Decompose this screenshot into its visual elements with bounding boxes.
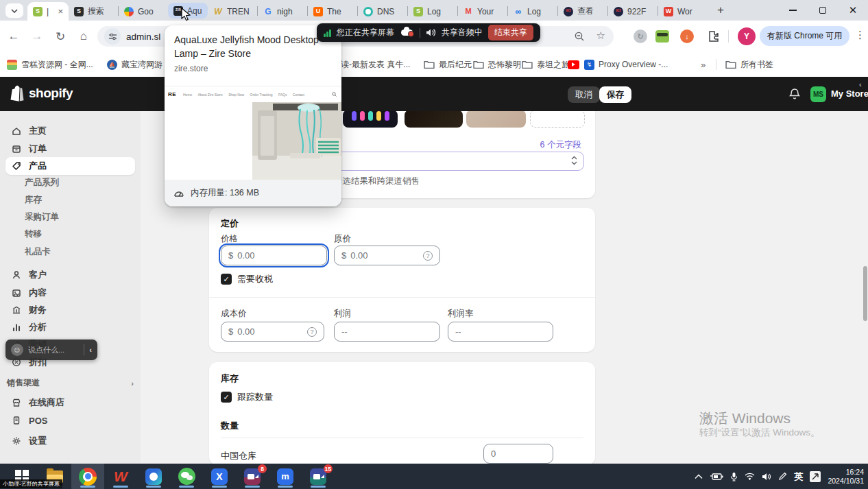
browser-tab[interactable]: W Wor <box>658 2 708 21</box>
extension-cloud-icon[interactable]: ↓ <box>679 28 695 45</box>
site-info-icon[interactable] <box>104 28 121 45</box>
shopify-logo[interactable]: shopify <box>10 85 73 102</box>
bookmark-folder[interactable]: 恐怖黎明 <box>473 58 521 71</box>
chevron-up-icon[interactable] <box>695 474 703 479</box>
sidebar-item-home[interactable]: 主页 <box>5 122 135 140</box>
product-media-thumbnail[interactable] <box>405 111 463 128</box>
save-button[interactable]: 保存 <box>599 86 631 103</box>
sidebar-item-transfers[interactable]: 转移 <box>25 226 42 241</box>
volume-icon[interactable] <box>762 473 771 481</box>
sidebar-item-products[interactable]: 产品 <box>5 157 135 175</box>
taskbar-meeting-icon[interactable]: 8 <box>236 464 269 489</box>
taskbar-chrome-icon[interactable] <box>71 464 104 489</box>
help-icon[interactable]: ? <box>307 327 317 337</box>
product-media-thumbnail[interactable] <box>343 111 398 128</box>
microphone-icon[interactable] <box>730 472 738 481</box>
bookmark-item[interactable] <box>568 58 579 71</box>
price-input[interactable]: $ 0.00 <box>221 246 327 265</box>
home-button[interactable]: ⌂ <box>74 27 93 46</box>
sidebar-item-orders[interactable]: 订单 <box>5 140 135 158</box>
sidebar-item-inventory[interactable]: 库存 <box>25 192 42 207</box>
checkbox-checked-icon[interactable]: ✓ <box>221 392 232 403</box>
browser-tab[interactable]: S Log <box>408 2 457 21</box>
store-avatar[interactable]: MS <box>810 86 826 102</box>
sidebar-item-settings[interactable]: 设置 <box>5 432 135 450</box>
browser-tab[interactable]: M Your <box>458 2 507 21</box>
profile-avatar[interactable]: Y <box>738 27 756 45</box>
sidebar-item-content[interactable]: 内容 <box>5 284 135 302</box>
ime-indicator[interactable]: 英 <box>794 470 803 483</box>
stop-share-button[interactable]: 结束共享 <box>488 25 533 40</box>
taskbar-wps-icon[interactable]: W <box>104 464 137 489</box>
sidebar-item-customers[interactable]: 客户 <box>5 266 135 284</box>
browser-tab[interactable]: Goo <box>119 2 168 21</box>
taskbar-meeting-m-icon[interactable]: m <box>269 464 302 489</box>
extension-glasses-icon[interactable] <box>654 28 671 45</box>
taskbar-wechat-icon[interactable] <box>170 464 203 489</box>
browser-tab[interactable]: G nigh <box>258 2 307 21</box>
bookmark-item[interactable]: ↯ Proxy Overview -... <box>584 58 668 71</box>
taskbar-clock[interactable]: 16:24 2024/10/31 <box>828 468 864 486</box>
wifi-icon[interactable] <box>745 473 755 480</box>
sidebar-item-collections[interactable]: 产品系列 <box>25 175 59 190</box>
close-button[interactable]: ✕ <box>838 0 868 21</box>
browser-tab[interactable]: 922 922F <box>608 2 658 21</box>
bookmark-folder[interactable]: 泰坦之旅 <box>522 58 570 71</box>
browser-tab[interactable]: DNS <box>358 2 407 21</box>
notification-bell-icon[interactable] <box>788 88 801 101</box>
new-tab-button[interactable]: + <box>712 1 730 19</box>
store-name[interactable]: My Store <box>831 88 868 99</box>
chrome-update-chip[interactable]: 有新版 Chrome 可用 <box>760 26 849 46</box>
browser-menu-icon[interactable]: ⋮ <box>855 29 865 41</box>
quantity-input[interactable]: 0 <box>483 444 553 464</box>
minimize-button[interactable] <box>777 0 808 21</box>
taskbar-x-app-icon[interactable]: X <box>203 464 236 489</box>
tab-close-icon[interactable]: × <box>58 6 63 16</box>
bookmarks-overflow-icon[interactable]: » <box>701 58 706 71</box>
chat-input[interactable]: 说点什么... <box>28 345 79 355</box>
checkbox-checked-icon[interactable]: ✓ <box>221 274 232 285</box>
pen-icon[interactable] <box>778 472 787 481</box>
bookmark-star-icon[interactable]: ☆ <box>596 29 605 42</box>
charge-tax-checkbox-row[interactable]: ✓ 需要收税 <box>221 273 273 285</box>
maximize-button[interactable] <box>808 0 838 21</box>
reload-button[interactable]: ↻ <box>51 27 70 46</box>
compare-price-input[interactable]: $ 0.00 ? <box>334 246 440 265</box>
bookmark-item[interactable]: 读-最新发表 真牛... <box>341 58 410 71</box>
recording-cloud-icon[interactable] <box>401 29 413 36</box>
sidebar-item-gift-cards[interactable]: 礼品卡 <box>25 244 51 259</box>
collapse-chevron-icon[interactable]: ‹ <box>859 80 862 88</box>
margin-input[interactable]: -- <box>448 322 553 342</box>
back-button[interactable]: ← <box>4 27 23 46</box>
sidebar-item-analytics[interactable]: 分析 <box>5 318 135 336</box>
tab-search-button[interactable] <box>5 3 23 18</box>
browser-tab[interactable]: 922 查看 <box>558 2 607 21</box>
bookmark-folder[interactable]: 最后纪元 <box>424 58 472 71</box>
forward-button[interactable]: → <box>27 27 47 46</box>
bookmark-item[interactable]: ⛵ 藏宝湾网游 <box>107 58 162 71</box>
bookmark-item[interactable]: 雪糕资源网 - 全网... <box>7 58 93 71</box>
sidebar-item-online-store[interactable]: 在线商店 <box>5 394 135 412</box>
sales-channels-header[interactable]: 销售渠道 › <box>7 377 134 389</box>
browser-tab[interactable]: S 搜索 <box>69 2 118 21</box>
browser-tab-current[interactable]: S | × <box>27 2 69 21</box>
zoom-out-icon[interactable] <box>574 31 585 42</box>
track-quantity-checkbox-row[interactable]: ✓ 跟踪数量 <box>221 391 273 403</box>
cancel-button[interactable]: 取消 <box>568 86 600 103</box>
help-icon[interactable]: ? <box>423 251 433 261</box>
cost-input[interactable]: $ 0.00 ? <box>221 322 324 342</box>
scrollbar-thumb[interactable] <box>863 266 867 321</box>
browser-tab[interactable]: W TREN <box>208 2 257 21</box>
sidebar-item-finance[interactable]: 财务 <box>5 301 135 319</box>
browser-tab[interactable]: ∞ Log <box>508 2 557 21</box>
all-bookmarks-folder[interactable]: 所有书签 <box>725 58 773 71</box>
sidebar-item-purchase-orders[interactable]: 采购订单 <box>25 209 59 224</box>
metafields-link[interactable]: 6 个元字段 <box>540 139 581 151</box>
taskbar-docs-icon[interactable] <box>137 464 170 489</box>
extensions-puzzle-icon[interactable] <box>705 28 721 45</box>
collapse-left-icon[interactable]: ‹ <box>89 346 92 354</box>
snip-tool-icon[interactable] <box>810 471 821 482</box>
taskbar-meeting15-icon[interactable]: 15 <box>302 464 335 489</box>
browser-tab[interactable]: U The <box>308 2 357 21</box>
battery-icon[interactable] <box>710 473 723 481</box>
